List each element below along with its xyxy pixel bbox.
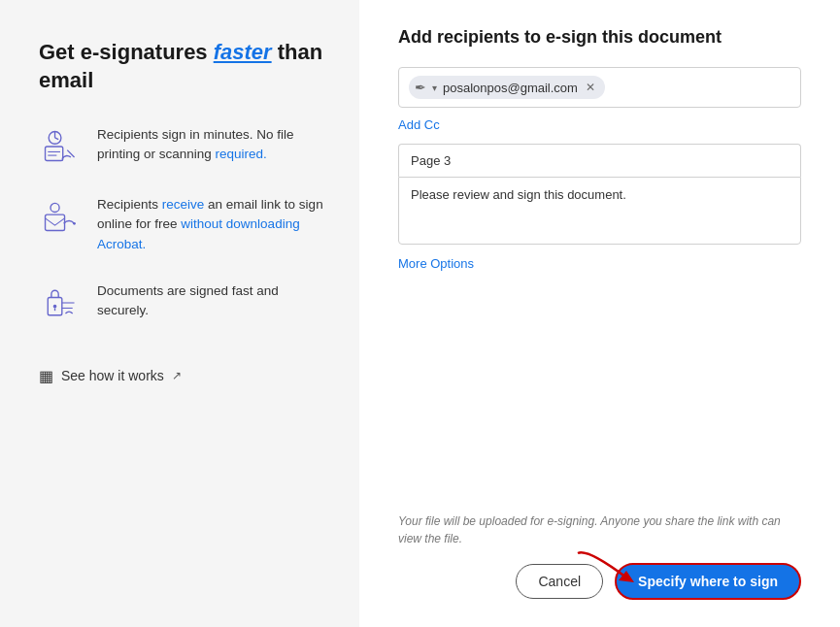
feature-item-minutes: Recipients sign in minutes. No file prin… [39, 125, 324, 168]
tag-dropdown-arrow[interactable]: ▾ [432, 82, 437, 93]
svg-line-2 [55, 138, 59, 140]
footer-note: Your file will be uploaded for e-signing… [398, 512, 801, 547]
feature-text-secure: Documents are signed fast and securely. [97, 281, 324, 321]
feature-list: Recipients sign in minutes. No file prin… [39, 125, 324, 324]
title-highlight: faster [214, 40, 272, 64]
required-link[interactable]: required. [216, 147, 267, 161]
add-cc-button[interactable]: Add Cc [398, 117, 801, 132]
see-how-label: See how it works [61, 368, 164, 383]
email-link-icon [39, 195, 82, 238]
specify-where-to-sign-button[interactable]: Specify where to sign [615, 563, 801, 600]
left-title: Get e-signatures faster than email [39, 39, 324, 94]
secure-icon [39, 281, 82, 324]
feature-item-secure: Documents are signed fast and securely. [39, 281, 324, 324]
recipient-tag: ✒ ▾ posalonpos@gmail.com ✕ [409, 76, 605, 99]
cancel-button[interactable]: Cancel [516, 564, 603, 599]
button-row: Cancel Specify where to sign [398, 563, 801, 600]
see-how-works[interactable]: ▦ See how it works ↗ [39, 367, 324, 385]
title-plain: Get e-signatures [39, 40, 214, 64]
svg-rect-3 [46, 147, 63, 161]
recipients-box[interactable]: ✒ ▾ posalonpos@gmail.com ✕ [398, 67, 801, 108]
recipient-email: posalonpos@gmail.com [443, 81, 578, 95]
svg-rect-8 [46, 214, 65, 230]
svg-point-7 [50, 204, 59, 213]
svg-point-9 [73, 222, 76, 225]
left-panel: Get e-signatures faster than email Recip… [0, 0, 359, 627]
right-title: Add recipients to e-sign this document [398, 27, 801, 48]
feature-text-email: Recipients receive an email link to sign… [97, 195, 324, 254]
signature-icon: ✒ [415, 80, 426, 95]
feature-text-minutes: Recipients sign in minutes. No file prin… [97, 125, 324, 165]
right-panel: Add recipients to e-sign this document ✒… [359, 0, 840, 627]
receive-link[interactable]: receive [162, 197, 205, 212]
more-options-link[interactable]: More Options [398, 256, 801, 271]
remove-recipient-button[interactable]: ✕ [586, 81, 595, 94]
video-icon: ▦ [39, 367, 53, 385]
external-link-icon: ↗ [172, 369, 182, 382]
svg-point-11 [53, 305, 57, 309]
message-field[interactable]: Please review and sign this document. [398, 177, 801, 245]
page-field[interactable]: Page 3 [398, 144, 801, 177]
sign-minutes-icon [39, 125, 82, 168]
feature-item-email: Recipients receive an email link to sign… [39, 195, 324, 254]
without-downloading-link[interactable]: without downloading Acrobat. [97, 216, 300, 250]
